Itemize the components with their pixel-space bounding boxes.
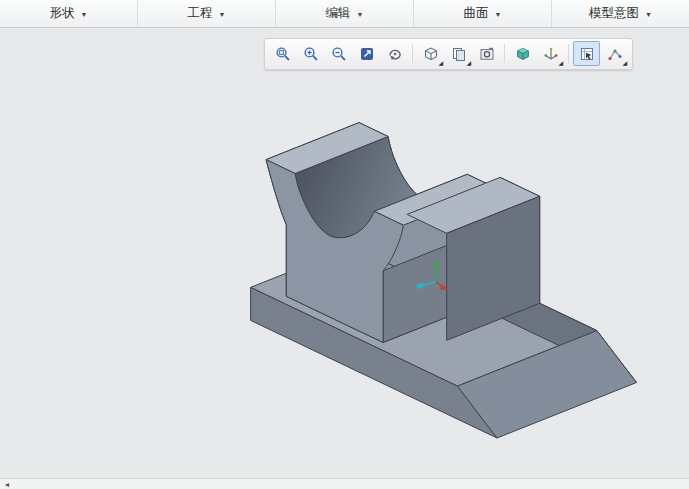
menu-label: 形状 (50, 5, 75, 22)
image-capture-button[interactable] (473, 41, 500, 66)
chevron-down-icon: ▼ (357, 9, 364, 18)
display-style-icon (423, 46, 439, 62)
graphics-area[interactable]: ◢ ◢ (0, 28, 689, 478)
menu-label: 模型意图 (589, 5, 639, 22)
chevron-down-icon: ◢ (622, 60, 627, 66)
spin-center-button[interactable] (381, 41, 408, 66)
menubar: 形状 ▼ 工程 ▼ 编辑 ▼ 曲面 ▼ 模型意图 ▼ (0, 0, 689, 28)
chevron-down-icon: ◢ (466, 60, 471, 66)
chevron-down-icon: ▼ (645, 9, 652, 18)
datum-display-button[interactable]: ◢ (537, 41, 564, 66)
zoom-in-button[interactable] (297, 41, 324, 66)
zoom-region-icon (275, 46, 291, 62)
layers-button[interactable]: ◢ (445, 41, 472, 66)
scrollbar-track[interactable] (14, 480, 689, 489)
zoom-region-button[interactable] (269, 41, 296, 66)
menu-label: 曲面 (464, 5, 489, 22)
zoom-out-button[interactable] (325, 41, 352, 66)
selection-path-button[interactable]: ◢ (601, 41, 628, 66)
menu-item-model-intent[interactable]: 模型意图 ▼ (552, 0, 689, 27)
horizontal-scrollbar[interactable]: ◄ (0, 478, 689, 489)
refit-icon (359, 46, 375, 62)
menu-item-edit[interactable]: 编辑 ▼ (276, 0, 414, 27)
menu-item-surface[interactable]: 曲面 ▼ (414, 0, 552, 27)
selection-path-icon (607, 46, 623, 62)
menu-label: 编辑 (326, 5, 351, 22)
chevron-down-icon: ◢ (438, 60, 443, 66)
refit-button[interactable] (353, 41, 380, 66)
chevron-down-icon: ▼ (219, 9, 226, 18)
toolbar-separator (412, 44, 413, 63)
cad-window: 形状 ▼ 工程 ▼ 编辑 ▼ 曲面 ▼ 模型意图 ▼ (0, 0, 689, 489)
toolbar-separator (568, 44, 569, 63)
toolbar-separator (504, 44, 505, 63)
annotation-filter-icon (579, 46, 595, 62)
spin-center-icon (387, 46, 403, 62)
display-style-button[interactable]: ◢ (417, 41, 444, 66)
menu-label: 工程 (188, 5, 213, 22)
zoom-out-icon (331, 46, 347, 62)
chevron-down-icon: ▼ (81, 9, 88, 18)
chevron-down-icon: ▼ (495, 9, 502, 18)
menu-item-shape[interactable]: 形状 ▼ (0, 0, 138, 27)
scroll-left-arrow[interactable]: ◄ (0, 480, 14, 489)
annotation-filter-button[interactable] (573, 41, 600, 66)
menu-item-engineering[interactable]: 工程 ▼ (138, 0, 276, 27)
datum-display-icon (543, 46, 559, 62)
saved-views-button[interactable] (509, 41, 536, 66)
chevron-down-icon: ◢ (558, 60, 563, 66)
model-viewport[interactable] (0, 67, 689, 478)
zoom-in-icon (303, 46, 319, 62)
image-capture-icon (479, 46, 495, 62)
saved-views-icon (515, 46, 531, 62)
view-toolbar: ◢ ◢ (264, 38, 633, 70)
layers-icon (451, 46, 467, 62)
